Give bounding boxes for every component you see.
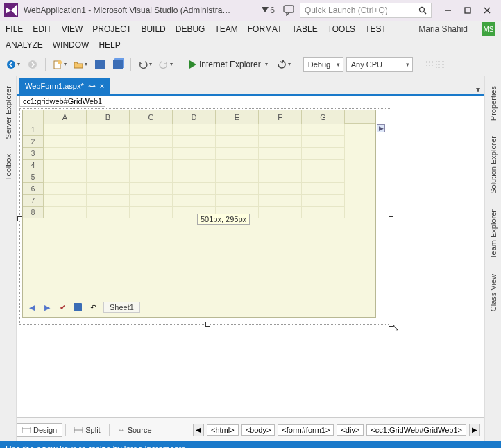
design-view-tab[interactable]: Design [17, 423, 62, 437]
col-A[interactable]: A [44, 110, 87, 124]
document-tab[interactable]: WebForm1.aspx* ⊶ × [19, 78, 110, 94]
notifications-button[interactable]: 6 [262, 6, 275, 15]
menu-test[interactable]: TEST [365, 24, 387, 34]
nav-forward-button[interactable] [25, 56, 40, 73]
menu-analyze[interactable]: ANALYZE [6, 40, 43, 50]
col-E[interactable]: E [216, 110, 259, 124]
server-explorer-tab[interactable]: Server Explorer [4, 83, 12, 141]
menu-help[interactable]: HELP [99, 40, 120, 50]
save-icon [95, 60, 105, 69]
grid-next-icon[interactable]: ▶ [42, 302, 52, 312]
document-tab-label: WebForm1.aspx* [25, 82, 84, 90]
grid-scroll-right-icon[interactable]: ▶ [377, 124, 385, 132]
designer-surface[interactable]: cc1:gridweb#GridWeb1 ▶ A B C [17, 94, 484, 417]
start-debug-button[interactable]: Internet Explorer [185, 56, 272, 73]
breadcrumb-left-button[interactable]: ◀ [193, 424, 204, 436]
breadcrumb-body[interactable]: <body> [241, 424, 275, 436]
grid-undo-icon[interactable]: ↶ [88, 302, 98, 312]
class-view-tab[interactable]: Class View [489, 271, 498, 314]
open-button[interactable] [71, 56, 90, 73]
row-1[interactable]: 1 [23, 124, 44, 136]
close-tab-icon[interactable]: × [100, 82, 104, 90]
window-title: WebApplication1 - Microsoft Visual Studi… [24, 6, 257, 15]
split-view-tab[interactable]: Split [69, 423, 105, 437]
grid-body[interactable]: 1 2 3 4 5 6 7 8 [23, 124, 375, 218]
team-explorer-tab[interactable]: Team Explorer [489, 207, 498, 261]
maximize-button[interactable] [458, 3, 477, 18]
menu-file[interactable]: FILE [6, 24, 23, 34]
save-button[interactable] [92, 56, 108, 73]
close-button[interactable] [477, 3, 497, 18]
menu-project[interactable]: PROJECT [92, 24, 131, 34]
grid-submit-icon[interactable]: ✔ [58, 302, 67, 312]
col-G[interactable]: G [302, 110, 345, 124]
sheet-tab[interactable]: Sheet1 [103, 302, 140, 313]
source-view-tab[interactable]: ↔ Source [112, 423, 158, 437]
minimize-button[interactable] [439, 3, 458, 18]
browser-refresh-button[interactable] [275, 56, 293, 73]
svg-line-2 [424, 12, 426, 14]
solution-explorer-tab[interactable]: Solution Explorer [489, 133, 498, 197]
platform-combo[interactable]: Any CPU [346, 57, 413, 72]
layout-group-icon[interactable] [423, 56, 448, 73]
menu-table[interactable]: TABLE [292, 24, 318, 34]
save-all-button[interactable] [110, 56, 126, 73]
redo-button[interactable] [157, 56, 175, 73]
row-4[interactable]: 4 [23, 160, 44, 171]
row-7[interactable]: 7 [23, 195, 44, 207]
signed-in-user[interactable]: Maria Shahid [418, 24, 468, 34]
breadcrumb-html[interactable]: <html> [207, 424, 239, 436]
undo-button[interactable] [136, 56, 154, 73]
left-dock: Server Explorer Toolbox [0, 76, 17, 441]
menu-tools[interactable]: TOOLS [328, 24, 355, 34]
status-text: Use the arrow keys to resize by large in… [6, 445, 188, 448]
source-icon: ↔ [118, 426, 125, 433]
menu-build[interactable]: BUILD [141, 24, 165, 34]
col-D[interactable]: D [173, 110, 216, 124]
grid-header-row: A B C D E F G [23, 110, 375, 124]
active-files-dropdown[interactable]: ▾ [472, 85, 484, 94]
toolbar: Internet Explorer Debug Any CPU [0, 53, 501, 76]
config-combo[interactable]: Debug [303, 57, 343, 72]
properties-tab[interactable]: Properties [489, 83, 498, 123]
nav-back-button[interactable] [4, 56, 22, 73]
notification-count: 6 [270, 6, 275, 15]
svg-point-7 [7, 60, 15, 69]
feedback-button[interactable] [283, 5, 296, 16]
breadcrumb-div[interactable]: <div> [337, 424, 364, 436]
breadcrumb-form[interactable]: <form#form1> [278, 424, 334, 436]
grid-navigation: ◀ ▶ ✔ ↶ Sheet1 [27, 302, 140, 313]
col-F[interactable]: F [259, 110, 302, 124]
resize-tooltip: 501px, 295px [197, 214, 250, 225]
menu-format[interactable]: FORMAT [248, 24, 282, 34]
quick-launch-input[interactable]: Quick Launch (Ctrl+Q) [300, 3, 432, 18]
quick-launch-placeholder: Quick Launch (Ctrl+Q) [305, 6, 388, 15]
grid-save-icon[interactable] [73, 302, 83, 312]
row-8[interactable]: 8 [23, 207, 44, 218]
row-5[interactable]: 5 [23, 171, 44, 183]
menu-team[interactable]: TEAM [214, 24, 237, 34]
title-bar: WebApplication1 - Microsoft Visual Studi… [0, 0, 501, 21]
grid-corner[interactable] [23, 110, 44, 124]
menu-window[interactable]: WINDOW [53, 40, 90, 50]
new-item-button[interactable] [51, 56, 69, 73]
breadcrumb-grid[interactable]: <cc1:GridWeb#GridWeb1> [366, 424, 466, 436]
col-C[interactable]: C [130, 110, 173, 124]
pin-icon[interactable]: ⊶ [88, 82, 96, 91]
svg-point-8 [28, 60, 37, 69]
status-bar: Use the arrow keys to resize by large in… [0, 441, 501, 448]
col-B[interactable]: B [87, 110, 130, 124]
menu-edit[interactable]: EDIT [33, 24, 51, 34]
breadcrumb-right-button[interactable]: ▶ [469, 424, 480, 436]
svg-rect-17 [22, 427, 31, 433]
toolbox-tab[interactable]: Toolbox [4, 151, 12, 183]
user-avatar[interactable]: MS [482, 22, 495, 36]
row-3[interactable]: 3 [23, 148, 44, 160]
resize-cursor-icon: ⤡ [391, 322, 400, 333]
tag-selector[interactable]: cc1:gridweb#GridWeb1 [19, 96, 105, 107]
menu-view[interactable]: VIEW [62, 24, 83, 34]
grid-prev-icon[interactable]: ◀ [27, 302, 37, 312]
menu-debug[interactable]: DEBUG [176, 24, 205, 34]
row-6[interactable]: 6 [23, 183, 44, 195]
row-2[interactable]: 2 [23, 136, 44, 148]
